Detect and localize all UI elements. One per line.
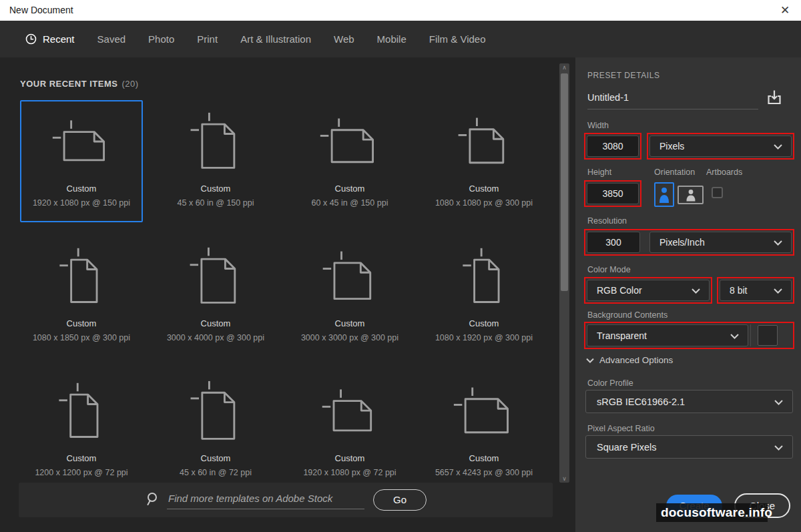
scroll-up-icon[interactable]: ∧: [559, 63, 569, 71]
background-row-divider: [750, 324, 751, 346]
template-spec: 60 x 45 in @ 150 ppi: [290, 198, 410, 208]
tab-mobile[interactable]: Mobile: [377, 33, 407, 45]
template-tile[interactable]: Custom 45 x 60 in @ 150 ppi: [154, 100, 277, 222]
bit-depth-annotation-box: 8 bit: [717, 277, 794, 304]
template-name: Custom: [156, 184, 276, 194]
template-spec: 1920 x 1080 px @ 150 ppi: [21, 198, 142, 208]
document-icon: [156, 236, 276, 318]
document-icon: [424, 236, 544, 318]
resolution-annotation-box: 300 Pixels/Inch: [584, 229, 794, 256]
pixel-aspect-ratio-dropdown[interactable]: Square Pixels: [585, 435, 793, 459]
clock-icon: [25, 33, 37, 45]
document-icon: [21, 101, 142, 183]
new-document-dialog: New Document ✕ Recent Saved Photo Print …: [0, 0, 801, 532]
template-tile[interactable]: Custom 1080 x 1850 px @ 300 ppi: [20, 235, 143, 357]
template-name: Custom: [424, 184, 544, 194]
template-tile[interactable]: Custom 3000 x 3000 px @ 300 ppi: [288, 235, 411, 357]
stock-search-input[interactable]: Find more templates on Adobe Stock: [168, 493, 368, 504]
tab-print[interactable]: Print: [197, 33, 218, 45]
vertical-scrollbar[interactable]: ∧ ∨: [559, 63, 569, 483]
recent-items-pane: YOUR RECENT ITEMS(20) Custom 1920 x 1080…: [0, 57, 575, 532]
template-tile[interactable]: Custom 1920 x 1080 px @ 72 ppi: [288, 370, 411, 492]
artboards-checkbox[interactable]: [712, 187, 723, 198]
height-input[interactable]: 3850: [587, 183, 639, 204]
template-spec: 3000 x 4000 px @ 300 ppi: [156, 333, 276, 342]
titlebar: New Document ✕: [0, 0, 801, 21]
document-icon: [156, 101, 276, 183]
scrollbar-thumb[interactable]: [561, 73, 568, 291]
save-preset-icon[interactable]: [765, 88, 785, 108]
template-tile[interactable]: Custom 3000 x 4000 px @ 300 ppi: [154, 235, 277, 357]
color-mode-label: Color Mode: [587, 265, 631, 274]
document-icon: [290, 371, 410, 453]
dialog-title: New Document: [9, 5, 73, 15]
bit-depth-dropdown[interactable]: 8 bit: [720, 280, 792, 301]
orientation-landscape-button[interactable]: [678, 186, 704, 204]
tabbar: Recent Saved Photo Print Art & Illustrat…: [0, 21, 801, 57]
close-icon[interactable]: ✕: [777, 3, 793, 19]
document-icon: [424, 101, 544, 183]
advanced-options-toggle[interactable]: Advanced Options: [586, 355, 673, 365]
recent-grid: Custom 1920 x 1080 px @ 150 ppi Custom 4…: [20, 100, 561, 494]
template-spec: 3000 x 3000 px @ 300 ppi: [290, 333, 410, 342]
search-underline: [167, 509, 364, 509]
adobe-stock-searchbar: Find more templates on Adobe Stock Go: [19, 483, 553, 517]
template-tile[interactable]: Custom 5657 x 4243 px @ 300 ppi: [423, 370, 545, 492]
template-name: Custom: [424, 453, 544, 463]
color-profile-label: Color Profile: [587, 378, 633, 388]
template-tile[interactable]: Custom 1920 x 1080 px @ 150 ppi: [20, 100, 143, 222]
chevron-down-icon: [692, 288, 700, 294]
tab-photo[interactable]: Photo: [148, 33, 174, 45]
width-unit-annotation-box: Pixels: [647, 133, 794, 160]
document-icon: [424, 371, 544, 453]
template-tile[interactable]: Custom 1200 x 1200 px @ 72 ppi: [20, 370, 143, 492]
landscape-person-icon: [684, 188, 698, 202]
template-spec: 5657 x 4243 px @ 300 ppi: [424, 468, 544, 477]
orientation-portrait-button[interactable]: [654, 182, 674, 207]
recent-items-count: (20): [121, 79, 138, 89]
artboards-label: Artboards: [706, 168, 742, 177]
watermark: docusoftware.info: [656, 503, 768, 522]
template-tile[interactable]: Custom 1080 x 1920 px @ 300 ppi: [423, 235, 545, 357]
chevron-down-icon: [730, 334, 739, 339]
document-icon: [290, 101, 410, 183]
resolution-input[interactable]: 300: [587, 232, 640, 253]
template-name: Custom: [290, 453, 410, 463]
color-mode-dropdown[interactable]: RGB Color: [587, 280, 710, 301]
tab-recent[interactable]: Recent: [25, 33, 75, 45]
template-spec: 1080 x 1080 px @ 300 ppi: [424, 198, 544, 208]
background-color-swatch[interactable]: [758, 325, 778, 346]
template-tile[interactable]: Custom 60 x 45 in @ 150 ppi: [288, 100, 411, 222]
chevron-down-icon: [774, 445, 783, 451]
template-tile[interactable]: Custom 45 x 60 in @ 72 ppi: [154, 370, 277, 492]
portrait-person-icon: [657, 186, 671, 204]
template-name: Custom: [156, 318, 276, 328]
height-label: Height: [587, 168, 611, 177]
template-name: Custom: [21, 453, 142, 463]
color-mode-annotation-box: RGB Color: [584, 277, 712, 304]
template-name: Custom: [424, 318, 544, 328]
width-unit-dropdown[interactable]: Pixels: [649, 136, 792, 157]
color-profile-dropdown[interactable]: sRGB IEC61966-2.1: [585, 390, 793, 413]
template-spec: 1080 x 1850 px @ 300 ppi: [21, 333, 142, 342]
resolution-label: Resolution: [587, 216, 627, 226]
width-label: Width: [587, 121, 609, 130]
template-tile[interactable]: Custom 1080 x 1080 px @ 300 ppi: [423, 100, 545, 222]
go-button[interactable]: Go: [373, 489, 427, 511]
tab-web[interactable]: Web: [334, 33, 354, 45]
background-contents-dropdown[interactable]: Transparent: [587, 324, 748, 346]
tab-art-illustration[interactable]: Art & Illustration: [240, 33, 311, 45]
width-annotation-box: 3080: [584, 133, 641, 160]
template-spec: 1200 x 1200 px @ 72 ppi: [21, 468, 142, 477]
document-name-field[interactable]: Untitled-1: [587, 92, 629, 103]
scroll-down-icon[interactable]: ∨: [559, 475, 569, 483]
tab-film-video[interactable]: Film & Video: [429, 33, 486, 45]
resolution-unit-dropdown[interactable]: Pixels/Inch: [649, 232, 792, 253]
recent-items-heading: YOUR RECENT ITEMS(20): [20, 79, 139, 89]
chevron-down-icon: [586, 358, 594, 363]
width-input[interactable]: 3080: [587, 136, 639, 157]
chevron-down-icon: [774, 144, 782, 150]
template-name: Custom: [290, 184, 410, 194]
template-spec: 1080 x 1920 px @ 300 ppi: [424, 333, 544, 342]
tab-saved[interactable]: Saved: [97, 33, 126, 45]
